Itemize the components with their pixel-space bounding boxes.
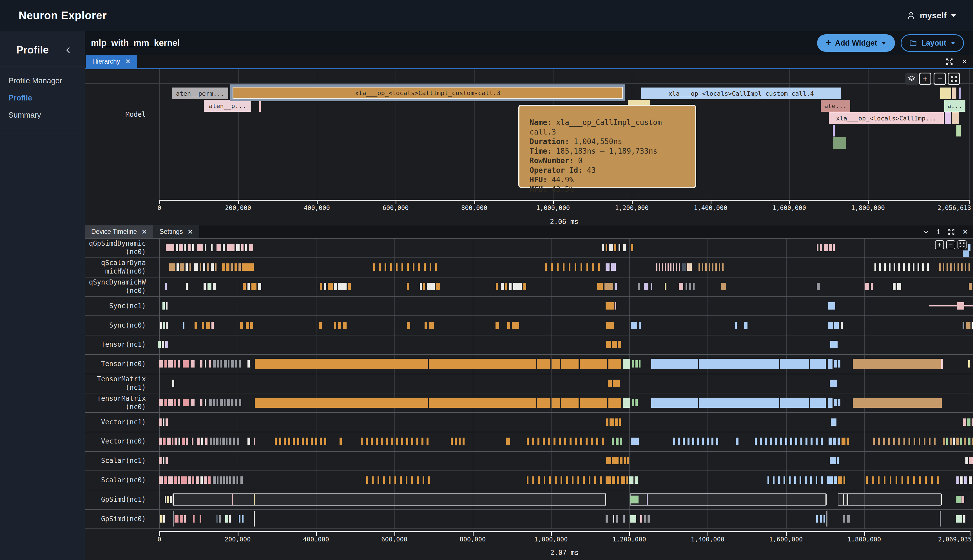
sidebar-item-summary[interactable]: Summary	[8, 111, 85, 120]
timeline-segment[interactable]	[338, 283, 347, 290]
timeline-segment[interactable]	[907, 477, 909, 484]
timeline-segment[interactable]	[903, 263, 905, 271]
timeline-segment[interactable]	[197, 438, 200, 445]
timeline-segment[interactable]	[386, 438, 388, 445]
timeline-segment[interactable]	[922, 263, 924, 271]
timeline-segment[interactable]	[226, 438, 227, 445]
timeline-segment[interactable]	[790, 438, 792, 445]
timeline-segment[interactable]	[402, 263, 403, 271]
timeline-bar[interactable]	[952, 112, 959, 124]
zoom-out-button[interactable]: −	[946, 240, 955, 249]
timeline-segment[interactable]	[170, 496, 172, 503]
timeline-segment[interactable]	[956, 477, 959, 484]
timeline-segment[interactable]	[165, 457, 168, 464]
timeline-segment[interactable]	[967, 418, 970, 426]
timeline-segment[interactable]	[255, 359, 428, 369]
timeline-segment[interactable]	[429, 398, 536, 408]
timeline-segment[interactable]	[580, 398, 607, 408]
timeline-segment[interactable]	[561, 359, 579, 369]
timeline-segment[interactable]	[673, 263, 674, 271]
timeline-segment[interactable]	[683, 438, 685, 445]
timeline-segment[interactable]	[630, 495, 639, 503]
timeline-segment[interactable]	[961, 496, 964, 503]
timeline-segment[interactable]	[527, 438, 529, 445]
timeline-segment[interactable]	[597, 283, 603, 290]
timeline-segment[interactable]	[407, 263, 409, 271]
timeline-segment[interactable]	[213, 399, 215, 407]
timeline-segment[interactable]	[958, 263, 959, 271]
timeline-segment[interactable]	[639, 322, 641, 329]
timeline-segment[interactable]	[893, 283, 896, 290]
timeline-segment[interactable]	[564, 438, 566, 445]
timeline-segment[interactable]	[406, 438, 408, 445]
timeline-segment[interactable]	[969, 477, 972, 484]
timeline-segment[interactable]	[853, 398, 942, 408]
expand-panel-icon[interactable]	[947, 228, 956, 236]
timeline-segment[interactable]	[834, 322, 839, 329]
timeline-segment[interactable]	[537, 359, 551, 369]
timeline-segment[interactable]	[163, 322, 165, 329]
timeline-segment[interactable]	[217, 244, 221, 251]
timeline-segment[interactable]	[185, 263, 188, 271]
timeline-segment[interactable]	[192, 244, 194, 251]
timeline-segment[interactable]	[417, 477, 419, 484]
timeline-segment[interactable]	[606, 244, 607, 251]
timeline-segment[interactable]	[255, 398, 428, 408]
timeline-segment[interactable]	[968, 263, 970, 271]
timeline-segment[interactable]	[232, 477, 235, 484]
timeline-segment[interactable]	[551, 263, 552, 271]
timeline-segment[interactable]	[636, 399, 638, 407]
collapse-sidebar-icon[interactable]	[65, 46, 72, 55]
timeline-segment[interactable]	[348, 283, 351, 290]
timeline-segment[interactable]	[416, 438, 418, 445]
timeline-segment[interactable]	[826, 494, 826, 505]
timeline-segment[interactable]	[697, 438, 699, 445]
timeline-segment[interactable]	[236, 244, 240, 251]
scroll-indicator[interactable]	[963, 250, 969, 257]
timeline-segment[interactable]	[795, 438, 797, 445]
timeline-segment[interactable]	[173, 511, 174, 527]
timeline-segment[interactable]	[338, 322, 341, 329]
timeline-segment[interactable]	[937, 477, 939, 484]
timeline-segment[interactable]	[216, 515, 218, 523]
timeline-segment[interactable]	[884, 477, 885, 484]
timeline-segment[interactable]	[898, 263, 900, 271]
timeline-segment[interactable]	[220, 477, 222, 484]
timeline-segment[interactable]	[532, 438, 534, 445]
timeline-segment[interactable]	[816, 438, 818, 445]
timeline-segment[interactable]	[159, 477, 163, 484]
timeline-segment[interactable]	[631, 244, 633, 251]
timeline-segment[interactable]	[828, 398, 833, 408]
timeline-segment[interactable]	[930, 305, 973, 307]
timeline-segment[interactable]	[230, 263, 233, 271]
timeline-segment[interactable]	[506, 438, 510, 445]
timeline-segment[interactable]	[435, 263, 437, 271]
timeline-segment[interactable]	[611, 263, 616, 271]
timeline-segment[interactable]	[604, 283, 613, 290]
timeline-segment[interactable]	[956, 515, 962, 523]
timeline-segment[interactable]	[229, 477, 231, 484]
timeline-segment[interactable]	[211, 263, 214, 271]
timeline-segment[interactable]	[422, 477, 424, 484]
timeline-segment[interactable]	[206, 322, 210, 329]
zoom-out-button[interactable]: −	[934, 73, 946, 85]
timeline-segment[interactable]	[583, 477, 585, 484]
timeline-segment[interactable]	[834, 477, 837, 484]
timeline-segment[interactable]	[189, 244, 190, 251]
timeline-segment[interactable]	[239, 399, 241, 407]
timeline-segment[interactable]	[838, 438, 840, 445]
close-panel-icon[interactable]: ✕	[962, 228, 968, 236]
timeline-segment[interactable]	[159, 399, 163, 407]
timeline-segment[interactable]	[616, 438, 619, 445]
timeline-segment[interactable]	[614, 302, 616, 310]
timeline-segment[interactable]	[606, 341, 611, 348]
timeline-segment[interactable]	[543, 438, 545, 445]
timeline-segment[interactable]	[908, 438, 910, 445]
timeline-segment[interactable]	[784, 477, 785, 484]
timeline-segment[interactable]	[612, 477, 615, 484]
timeline-segment[interactable]	[617, 477, 619, 484]
timeline-segment[interactable]	[169, 263, 175, 271]
timeline-segment[interactable]	[878, 438, 880, 445]
fit-view-button[interactable]	[958, 240, 966, 249]
timeline-segment[interactable]	[606, 515, 608, 523]
